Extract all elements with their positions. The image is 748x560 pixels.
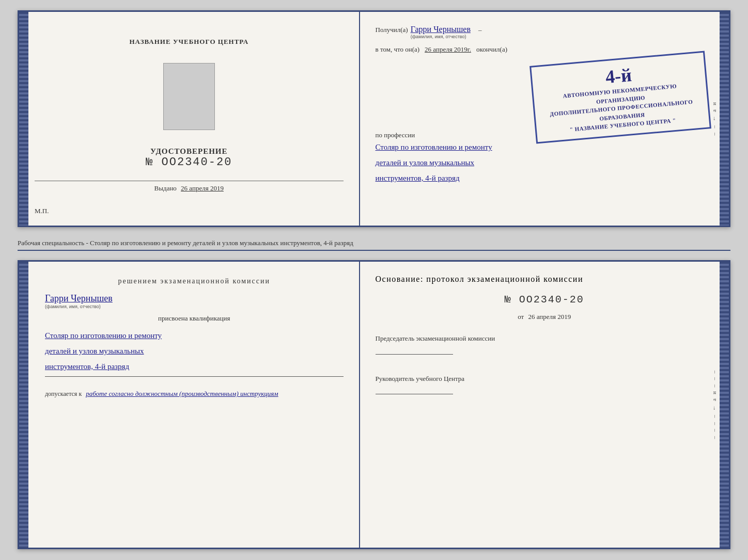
predsedatel-block: Председатель экзаменационной комиссии [376,333,713,356]
vtom-line: в том, что он(а) 26 апреля 2019г. окончи… [376,45,713,54]
side-char-4: – [711,125,717,129]
side-decoration-top: и а ← – – [708,12,720,226]
bottom-name: Гарри Чернышев [45,293,113,304]
vtom-date: 26 апреля 2019г. [425,45,471,54]
side-char-b1: – [711,371,717,374]
vydano-label: Выдано [154,184,177,192]
stamp-block: 4-й АВТОНОМНУЮ НЕКОММЕРЧЕСКУЮ ОРГАНИЗАЦИ… [529,51,711,143]
side-char-b2: – [711,377,717,380]
bottom-name-sub: (фамилия, имя, отчество) [45,304,101,309]
mp-label: М.П. [35,207,49,215]
bottom-right-panel: Основание: протокол экзаменационной коми… [360,262,729,548]
side-char-b8: – [711,422,717,425]
top-document: НАЗВАНИЕ УЧЕБНОГО ЦЕНТРА УДОСТОВЕРЕНИЕ №… [18,10,730,227]
number-prefix: № [146,156,153,169]
vydano-date: 26 апреля 2019 [181,184,224,192]
vydano-line: Выдано 26 апреля 2019 [35,181,344,193]
poluchil-line: Получил(а) Гарри Чернышев (фамилия, имя,… [376,25,713,39]
separator-text: Рабочая специальность - Столяр по изгото… [18,236,730,251]
udostoverenie-label: УДОСТОВЕРЕНИЕ [146,147,232,156]
predsedatel-label: Председатель экзаменационной комиссии [376,333,713,344]
ot-line: от 26 апреля 2019 [376,313,713,321]
name-block: Гарри Чернышев (фамилия, имя, отчество) [35,293,344,309]
dopuskaetsya-label: допускается к [45,390,82,397]
udostoverenie-block: УДОСТОВЕРЕНИЕ № OO2340-20 [146,147,232,169]
side-char-2: а [711,109,717,112]
side-char-b10: – [711,436,717,439]
vtom-label: в том, что он(а) [376,45,420,54]
number-value: OO2340-20 [162,156,232,169]
dopuskaetsya-value: работе согласно должностным (производств… [86,390,278,397]
bottom-left-panel: Решением экзаменационной комиссии Гарри … [19,262,360,548]
side-char-b5: а [711,398,717,401]
rukovoditel-signature-line [376,394,453,394]
profession-line3: инструментов, 4-й разряд [376,170,713,186]
bottom-number-prefix: № [505,294,512,306]
bottom-document: Решением экзаменационной комиссии Гарри … [18,260,730,549]
side-char-b9: – [711,429,717,432]
side-char-b6: ← [711,405,717,411]
side-char-5: – [711,133,717,136]
photo-area [163,63,215,130]
side-char-3: ← [711,116,717,121]
ot-prefix: от [518,313,524,321]
side-char-b3: – [711,385,717,388]
side-decoration-bottom: – – – и а ← – – – – [708,262,720,548]
resheniem-title: Решением экзаменационной комиссии [35,277,344,285]
osnovanie-text: Основание: протокол экзаменационной коми… [376,275,713,284]
bottom-number: № OO2340-20 [376,294,713,306]
side-char-b4: и [711,391,717,394]
qualification-line1: Столяр по изготовлению и ремонту [45,328,344,343]
top-right-panel: Получил(а) Гарри Чернышев (фамилия, имя,… [360,12,729,226]
poluchil-dash: – [478,26,482,34]
prisvoena-label: присвоена квалификация [35,314,344,323]
qualification-line2: деталей и узлов музыкальных [45,343,344,359]
rukovoditel-label: Руководитель учебного Центра [376,374,713,384]
rukovoditel-block: Руководитель учебного Центра [376,374,713,396]
учебный-центр-title: НАЗВАНИЕ УЧЕБНОГО ЦЕНТРА [129,38,248,46]
poluchil-label: Получил(а) [376,26,408,34]
predsedatel-signature-line [376,354,453,355]
top-left-panel: НАЗВАНИЕ УЧЕБНОГО ЦЕНТРА УДОСТОВЕРЕНИЕ №… [19,12,360,226]
dopuskaetsya-block: допускается к работе согласно должностны… [35,390,344,398]
recipient-name: Гарри Чернышев [411,25,471,34]
qualification-line3: инструментов, 4-й разряд [45,359,344,374]
bottom-number-value: OO2340-20 [519,294,584,306]
profession-line2: деталей и узлов музыкальных [376,155,713,170]
recipient-sub: (фамилия, имя, отчество) [411,34,466,39]
side-char-1: и [711,102,717,105]
side-char-b7: – [711,415,717,418]
ot-date: 26 апреля 2019 [528,313,571,321]
qualification-block: Столяр по изготовлению и ремонту деталей… [35,328,344,377]
udostoverenie-number: № OO2340-20 [146,156,232,169]
okonchil-label: окончил(а) [476,45,507,54]
